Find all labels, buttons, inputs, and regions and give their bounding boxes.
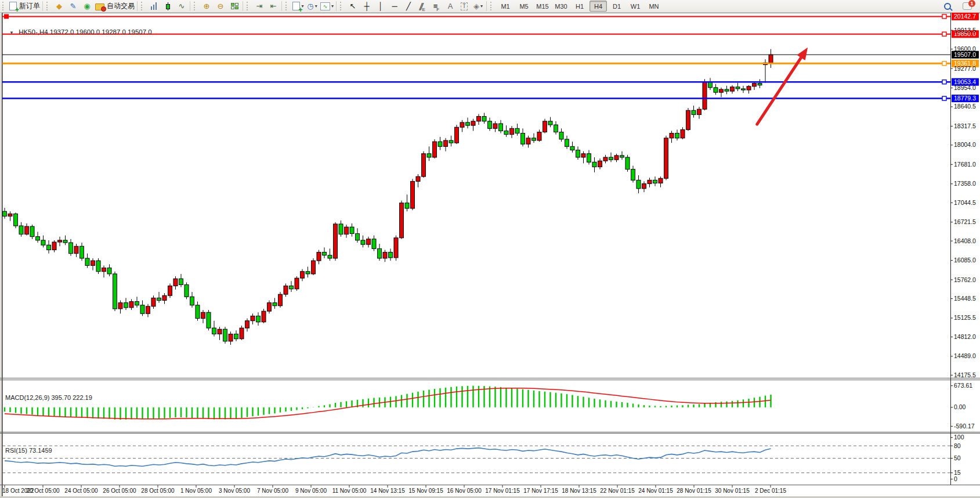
notification-badge: 1 xyxy=(968,0,975,7)
toolbar-separator xyxy=(137,1,138,11)
svg-text:17 Nov 01:15: 17 Nov 01:15 xyxy=(485,488,520,494)
autotrading-robot-icon xyxy=(95,3,104,10)
collapse-icon[interactable]: ▼ xyxy=(9,30,14,35)
toolbar-grip[interactable] xyxy=(285,2,290,10)
arrows-icon: ◈ xyxy=(473,2,479,11)
text-icon[interactable]: A xyxy=(443,1,457,12)
crosshair-icon[interactable]: ┼ xyxy=(360,1,374,12)
toolbar-grip[interactable] xyxy=(194,2,198,10)
chat-bubble-icon: 1 xyxy=(963,2,972,10)
arrows-icon[interactable]: ◈▾ xyxy=(471,1,485,12)
chart-title: ▼ HK50-,H4 19372.0 19600.0 19287.0 19507… xyxy=(9,28,152,35)
toolbar-grip[interactable] xyxy=(2,2,6,10)
svg-text:26 Oct 05:00: 26 Oct 05:00 xyxy=(103,488,136,494)
bar-chart-icon xyxy=(151,2,157,10)
timeframe-button-mn[interactable]: MN xyxy=(645,1,663,12)
new-chart-icon[interactable]: +▾ xyxy=(291,1,305,12)
profiles-icon[interactable]: ◷▾ xyxy=(305,1,319,12)
svg-text:16 Nov 05:00: 16 Nov 05:00 xyxy=(447,488,482,494)
timeframe-button-d1[interactable]: D1 xyxy=(608,1,625,12)
svg-text:11 Nov 05:00: 11 Nov 05:00 xyxy=(332,488,367,494)
chart-shift-icon[interactable]: ⇤ xyxy=(266,1,280,12)
metaeditor-icon[interactable]: ✎ xyxy=(66,1,80,12)
svg-text:16085.0: 16085.0 xyxy=(954,257,976,264)
trading-terminal-window: +新订单◆✎◉自动交易∿⊕⊖⇥⇤+▾◷▾∿▾↖┼│─╱∥E≡FAT◈▾M1M5M… xyxy=(0,0,980,498)
timeframe-button-m1[interactable]: M1 xyxy=(497,1,514,12)
svg-text:50: 50 xyxy=(954,454,961,461)
favorites-icon: ◆ xyxy=(56,2,62,11)
toolbar-separator xyxy=(486,1,487,11)
crosshair-icon: ┼ xyxy=(364,2,369,11)
dropdown-arrow-icon[interactable]: ▾ xyxy=(315,3,317,9)
svg-text:14175.5: 14175.5 xyxy=(954,371,976,378)
svg-text:18 Nov 13:15: 18 Nov 13:15 xyxy=(562,488,596,494)
trendline-icon: ╱ xyxy=(406,2,411,11)
zoom-out-icon[interactable]: ⊖ xyxy=(214,1,227,12)
svg-text:18004.0: 18004.0 xyxy=(954,141,976,148)
equidistant-channel-icon[interactable]: ∥E xyxy=(415,1,429,12)
new-order-button[interactable]: +新订单 xyxy=(8,1,41,12)
toolbar-separator xyxy=(243,1,243,11)
svg-text:22 Nov 01:15: 22 Nov 01:15 xyxy=(600,488,635,494)
timeframe-button-m15[interactable]: M15 xyxy=(534,1,551,12)
timeframe-button-h1[interactable]: H1 xyxy=(571,1,588,12)
autotrading-button[interactable]: 自动交易 xyxy=(94,1,136,12)
toolbar-grip[interactable] xyxy=(46,2,50,10)
templates-icon[interactable]: ∿▾ xyxy=(319,1,335,12)
toolbar-grip[interactable] xyxy=(490,2,494,10)
timeframe-button-w1[interactable]: W1 xyxy=(627,1,644,12)
bar-chart-icon[interactable] xyxy=(147,1,161,12)
fibonacci-icon[interactable]: ≡F xyxy=(429,1,443,12)
toolbar-separator xyxy=(42,1,43,11)
main-toolbar: +新订单◆✎◉自动交易∿⊕⊖⇥⇤+▾◷▾∿▾↖┼│─╱∥E≡FAT◈▾M1M5M… xyxy=(0,0,980,13)
dropdown-arrow-icon[interactable]: ▾ xyxy=(480,3,483,9)
timeframe-button-m30[interactable]: M30 xyxy=(552,1,570,12)
line-chart-icon[interactable]: ∿ xyxy=(175,1,189,12)
svg-text:19600.0: 19600.0 xyxy=(954,45,976,52)
favorites-icon[interactable]: ◆ xyxy=(52,1,66,12)
signal-icon: ◉ xyxy=(84,2,90,11)
svg-text:17358.0: 17358.0 xyxy=(954,180,976,187)
cursor-icon[interactable]: ↖ xyxy=(346,1,360,12)
svg-text:20 Oct 05:00: 20 Oct 05:00 xyxy=(26,488,60,494)
timeframe-button-h4[interactable]: H4 xyxy=(590,1,607,12)
timeframe-button-m5[interactable]: M5 xyxy=(515,1,533,12)
toolbar-grip[interactable] xyxy=(141,2,145,10)
text-label-icon[interactable]: T xyxy=(457,1,471,12)
dropdown-arrow-icon[interactable]: ▾ xyxy=(331,3,334,9)
svg-text:24 Oct 05:00: 24 Oct 05:00 xyxy=(64,488,98,494)
search-icon xyxy=(944,3,951,10)
svg-text:673.61: 673.61 xyxy=(954,382,972,389)
svg-text:17044.5: 17044.5 xyxy=(954,199,976,206)
svg-text:3 Nov 05:00: 3 Nov 05:00 xyxy=(219,488,250,494)
tile-windows-icon[interactable] xyxy=(227,1,241,12)
svg-text:14 Nov 13:15: 14 Nov 13:15 xyxy=(370,488,405,494)
candlestick-chart-icon[interactable] xyxy=(161,1,175,12)
auto-scroll-icon[interactable]: ⇥ xyxy=(252,1,266,12)
svg-text:80: 80 xyxy=(954,442,961,449)
zoom-in-icon[interactable]: ⊕ xyxy=(200,1,214,12)
toolbar-grip[interactable] xyxy=(340,2,344,10)
svg-text:28 Oct 05:00: 28 Oct 05:00 xyxy=(141,488,175,494)
vertical-line-icon[interactable]: │ xyxy=(374,1,388,12)
toolbar-separator xyxy=(190,1,190,11)
svg-text:16408.0: 16408.0 xyxy=(954,237,976,244)
price-chart[interactable]: 20142.719850.019507.019361.819053.418779… xyxy=(0,13,980,498)
search-button[interactable] xyxy=(941,1,954,12)
signal-icon[interactable]: ◉ xyxy=(80,1,94,12)
toolbar-grip[interactable] xyxy=(247,2,251,10)
horizontal-line-icon[interactable]: ─ xyxy=(388,1,402,12)
svg-text:18317.5: 18317.5 xyxy=(954,122,976,129)
svg-text:9 Nov 05:00: 9 Nov 05:00 xyxy=(295,488,327,494)
chart-canvas[interactable]: 20142.719850.019507.019361.819053.418779… xyxy=(0,13,980,498)
svg-text:15448.5: 15448.5 xyxy=(954,295,976,302)
svg-text:30 Nov 01:15: 30 Nov 01:15 xyxy=(715,488,750,494)
notifications-button[interactable]: 1 xyxy=(960,1,974,12)
svg-text:2 Dec 01:15: 2 Dec 01:15 xyxy=(755,488,786,494)
horizontal-line-icon: ─ xyxy=(392,2,397,11)
svg-text:18779.3: 18779.3 xyxy=(954,95,976,102)
svg-text:28 Nov 01:15: 28 Nov 01:15 xyxy=(677,488,711,494)
cursor-icon: ↖ xyxy=(350,2,356,11)
trendline-icon[interactable]: ╱ xyxy=(402,1,415,12)
svg-text:1 Nov 05:00: 1 Nov 05:00 xyxy=(180,488,212,494)
